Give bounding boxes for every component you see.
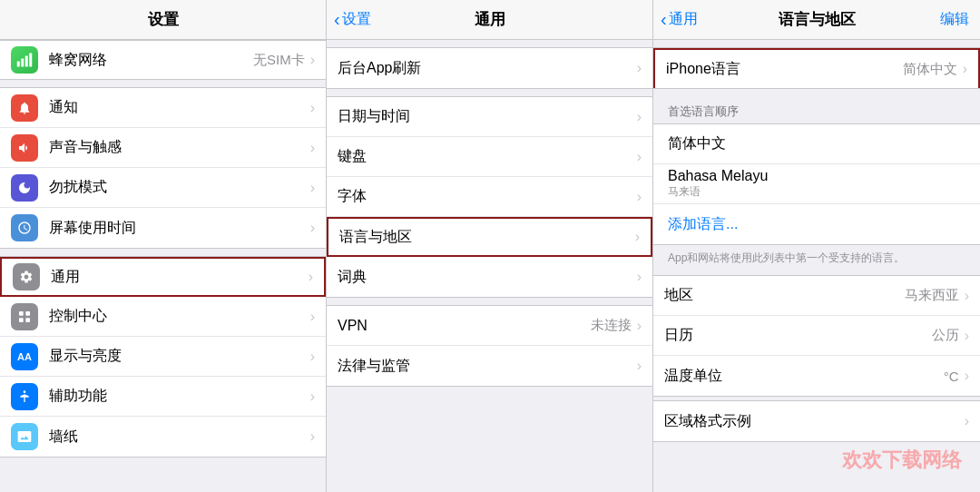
background-refresh-chevron: › <box>637 60 642 76</box>
temperature-item[interactable]: 温度单位 °C › <box>653 356 980 396</box>
vpn-item[interactable]: VPN 未连接 › <box>327 306 652 346</box>
display-icon: AA <box>11 343 38 370</box>
add-language-label: 添加语言... <box>668 215 738 234</box>
notification-item[interactable]: 通知 › <box>0 88 326 128</box>
background-refresh-item[interactable]: 后台App刷新 › <box>327 48 652 88</box>
cellular-icon <box>11 46 38 74</box>
region-item[interactable]: 地区 马来西亚 › <box>653 276 980 316</box>
accessibility-item[interactable]: 辅助功能 › <box>0 377 326 417</box>
right-panel-title: 语言与地区 <box>779 9 856 30</box>
language-region-item[interactable]: 语言与地区 › <box>327 217 652 257</box>
dnd-label: 勿扰模式 <box>49 178 310 197</box>
cellular-chevron: › <box>310 52 315 68</box>
dictionary-chevron: › <box>637 269 642 285</box>
iphone-language-item[interactable]: iPhone语言 简体中文 › <box>653 48 980 88</box>
malay-item[interactable]: Bahasa Melayu 马来语 <box>653 164 980 204</box>
watermark: 欢欢下载网络 <box>842 447 962 474</box>
temperature-chevron: › <box>965 368 969 384</box>
datetime-item[interactable]: 日期与时间 › <box>327 97 652 137</box>
right-edit-button[interactable]: 编辑 <box>940 10 969 29</box>
language-region-chevron: › <box>635 229 640 245</box>
right-back-chevron: ‹ <box>661 9 667 30</box>
region-format-label: 区域格式示例 <box>664 412 965 431</box>
datetime-label: 日期与时间 <box>338 107 637 126</box>
mid-panel-header: ‹ 设置 通用 <box>327 0 652 40</box>
region-format-section: 区域格式示例 › <box>653 400 980 442</box>
notification-label: 通知 <box>49 98 310 117</box>
right-back-button[interactable]: ‹ 通用 <box>661 9 698 30</box>
svg-point-8 <box>24 390 26 393</box>
dnd-icon <box>11 174 38 202</box>
right-panel-header: ‹ 通用 语言与地区 编辑 <box>653 0 980 40</box>
keyboard-label: 键盘 <box>338 147 637 166</box>
mid-list-top: 后台App刷新 › <box>327 47 652 89</box>
vpn-chevron: › <box>637 318 642 334</box>
sound-label: 声音与触感 <box>49 138 310 157</box>
region-format-item[interactable]: 区域格式示例 › <box>653 401 980 441</box>
control-item[interactable]: 控制中心 › <box>0 297 326 337</box>
screentime-item[interactable]: 屏幕使用时间 › <box>0 208 326 248</box>
mid-list-mid: 日期与时间 › 键盘 › 字体 › 语言与地区 › 词典 › <box>327 96 652 298</box>
mid-panel: ‹ 设置 通用 后台App刷新 › 日期与时间 › 键盘 › 字体 › <box>327 0 653 492</box>
control-label: 控制中心 <box>49 307 310 326</box>
add-language-item[interactable]: 添加语言... <box>653 204 980 244</box>
calendar-chevron: › <box>965 328 969 344</box>
sound-icon <box>11 134 38 162</box>
malay-sub: 马来语 <box>668 184 965 200</box>
wallpaper-chevron: › <box>310 428 315 445</box>
notification-chevron: › <box>310 100 315 116</box>
dictionary-item[interactable]: 词典 › <box>327 257 652 297</box>
preferred-section-header: 首选语言顺序 <box>653 96 980 123</box>
temperature-label: 温度单位 <box>664 367 944 386</box>
left-panel-header: 设置 <box>0 0 326 40</box>
background-refresh-label: 后台App刷新 <box>338 59 637 78</box>
zh-hans-name: 简体中文 <box>668 134 965 153</box>
accessibility-label: 辅助功能 <box>49 387 310 406</box>
mid-back-button[interactable]: ‹ 设置 <box>334 9 371 30</box>
iphone-language-chevron: › <box>963 61 967 77</box>
wallpaper-item[interactable]: 墙纸 › <box>0 417 326 457</box>
wallpaper-icon <box>11 423 38 450</box>
zh-hans-item[interactable]: 简体中文 <box>653 124 980 164</box>
font-label: 字体 <box>338 187 637 206</box>
display-item[interactable]: AA 显示与亮度 › <box>0 337 326 377</box>
region-value: 马来西亚 <box>905 287 959 304</box>
mid-back-label: 设置 <box>342 10 371 29</box>
cellular-label: 蜂窝网络 <box>49 51 253 70</box>
general-icon <box>13 263 40 290</box>
accessibility-icon <box>11 383 38 410</box>
general-label: 通用 <box>51 268 309 287</box>
iphone-language-value: 简体中文 <box>903 61 957 78</box>
vpn-label: VPN <box>338 318 591 334</box>
sound-item[interactable]: 声音与触感 › <box>0 128 326 168</box>
right-panel: ‹ 通用 语言与地区 编辑 iPhone语言 简体中文 › 首选语言顺序 简体中… <box>653 0 980 492</box>
dictionary-label: 词典 <box>338 268 637 287</box>
left-panel: 设置 蜂窝网络 无SIM卡 › 通知 › 声音与触感 <box>0 0 327 492</box>
control-icon <box>11 303 38 330</box>
language-region-label: 语言与地区 <box>339 228 635 247</box>
right-back-label: 通用 <box>669 10 698 29</box>
mid-list-bottom: VPN 未连接 › 法律与监管 › <box>327 305 652 387</box>
notification-icon <box>11 94 38 122</box>
svg-rect-5 <box>25 311 30 316</box>
font-chevron: › <box>637 189 642 205</box>
keyboard-item[interactable]: 键盘 › <box>327 137 652 177</box>
screentime-icon <box>11 214 38 241</box>
calendar-item[interactable]: 日历 公历 › <box>653 316 980 356</box>
cellular-row[interactable]: 蜂窝网络 无SIM卡 › <box>0 40 326 80</box>
region-section: 地区 马来西亚 › 日历 公历 › 温度单位 °C › <box>653 275 980 397</box>
region-label: 地区 <box>664 286 905 305</box>
font-item[interactable]: 字体 › <box>327 177 652 217</box>
legal-label: 法律与监管 <box>338 357 637 376</box>
malay-name: Bahasa Melayu <box>668 168 965 184</box>
mid-back-chevron: ‹ <box>334 9 340 30</box>
sound-chevron: › <box>310 140 315 156</box>
dnd-item[interactable]: 勿扰模式 › <box>0 168 326 208</box>
svg-rect-6 <box>19 318 24 322</box>
dnd-chevron: › <box>310 180 315 196</box>
general-item[interactable]: 通用 › <box>0 257 326 297</box>
legal-item[interactable]: 法律与监管 › <box>327 346 652 386</box>
calendar-label: 日历 <box>664 326 932 345</box>
svg-rect-1 <box>21 59 24 67</box>
screentime-chevron: › <box>310 220 315 236</box>
